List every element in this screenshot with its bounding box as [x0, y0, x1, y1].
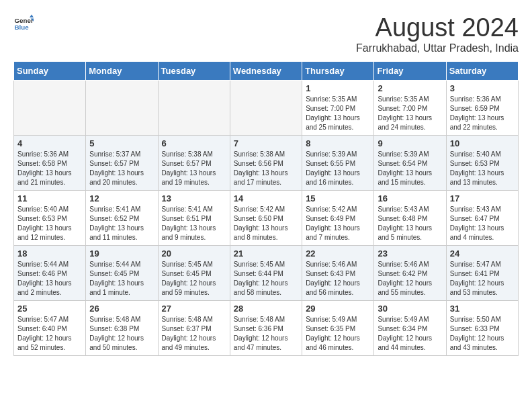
logo: General Blue: [13, 13, 34, 34]
day-number: 29: [306, 304, 370, 314]
day-number: 6: [162, 138, 226, 148]
header: General Blue August 2024 Farrukhabad, Ut…: [13, 13, 519, 54]
table-row: 9Sunrise: 5:39 AM Sunset: 6:54 PM Daylig…: [374, 136, 446, 191]
table-row: 19Sunrise: 5:44 AM Sunset: 6:45 PM Dayli…: [86, 246, 158, 301]
day-number: 10: [450, 138, 515, 148]
table-row: [158, 81, 230, 136]
table-row: 22Sunrise: 5:46 AM Sunset: 6:43 PM Dayli…: [302, 246, 374, 301]
table-row: [230, 81, 302, 136]
week-row-2: 4Sunrise: 5:36 AM Sunset: 6:58 PM Daylig…: [14, 136, 519, 191]
day-number: 31: [450, 304, 515, 314]
day-number: 1: [306, 83, 370, 93]
table-row: 23Sunrise: 5:46 AM Sunset: 6:42 PM Dayli…: [374, 246, 446, 301]
day-info: Sunrise: 5:44 AM Sunset: 6:45 PM Dayligh…: [89, 260, 154, 298]
table-row: 8Sunrise: 5:39 AM Sunset: 6:55 PM Daylig…: [302, 136, 374, 191]
table-row: 21Sunrise: 5:45 AM Sunset: 6:44 PM Dayli…: [230, 246, 302, 301]
day-number: 14: [234, 193, 298, 203]
table-row: 14Sunrise: 5:42 AM Sunset: 6:50 PM Dayli…: [230, 191, 302, 246]
table-row: [86, 81, 158, 136]
day-number: 15: [306, 193, 370, 203]
day-number: 23: [378, 248, 442, 259]
table-row: 27Sunrise: 5:48 AM Sunset: 6:37 PM Dayli…: [158, 301, 230, 356]
day-info: Sunrise: 5:40 AM Sunset: 6:53 PM Dayligh…: [17, 205, 82, 242]
day-number: 11: [17, 193, 82, 203]
day-number: 16: [378, 193, 442, 203]
header-friday: Friday: [374, 62, 446, 81]
svg-marker-2: [30, 15, 34, 18]
day-info: Sunrise: 5:43 AM Sunset: 6:47 PM Dayligh…: [450, 205, 515, 242]
table-row: 31Sunrise: 5:50 AM Sunset: 6:33 PM Dayli…: [446, 301, 518, 356]
day-info: Sunrise: 5:49 AM Sunset: 6:34 PM Dayligh…: [378, 315, 442, 353]
table-row: [14, 81, 86, 136]
day-number: 19: [89, 248, 154, 259]
week-row-3: 11Sunrise: 5:40 AM Sunset: 6:53 PM Dayli…: [14, 191, 519, 246]
day-info: Sunrise: 5:41 AM Sunset: 6:52 PM Dayligh…: [89, 205, 154, 242]
day-info: Sunrise: 5:47 AM Sunset: 6:40 PM Dayligh…: [17, 315, 82, 353]
day-info: Sunrise: 5:43 AM Sunset: 6:48 PM Dayligh…: [378, 205, 442, 242]
header-saturday: Saturday: [446, 62, 518, 81]
table-row: 7Sunrise: 5:38 AM Sunset: 6:56 PM Daylig…: [230, 136, 302, 191]
day-number: 30: [378, 304, 442, 314]
month-year-title: August 2024: [356, 13, 519, 42]
day-info: Sunrise: 5:48 AM Sunset: 6:38 PM Dayligh…: [89, 315, 154, 353]
day-info: Sunrise: 5:35 AM Sunset: 7:00 PM Dayligh…: [378, 95, 442, 132]
table-row: 2Sunrise: 5:35 AM Sunset: 7:00 PM Daylig…: [374, 81, 446, 136]
table-row: 6Sunrise: 5:38 AM Sunset: 6:57 PM Daylig…: [158, 136, 230, 191]
table-row: 10Sunrise: 5:40 AM Sunset: 6:53 PM Dayli…: [446, 136, 518, 191]
table-row: 24Sunrise: 5:47 AM Sunset: 6:41 PM Dayli…: [446, 246, 518, 301]
header-monday: Monday: [86, 62, 158, 81]
day-number: 7: [234, 138, 298, 148]
week-row-1: 1Sunrise: 5:35 AM Sunset: 7:00 PM Daylig…: [14, 81, 519, 136]
day-info: Sunrise: 5:45 AM Sunset: 6:44 PM Dayligh…: [234, 260, 298, 298]
day-number: 17: [450, 193, 515, 203]
day-number: 8: [306, 138, 370, 148]
table-row: 16Sunrise: 5:43 AM Sunset: 6:48 PM Dayli…: [374, 191, 446, 246]
table-row: 5Sunrise: 5:37 AM Sunset: 6:57 PM Daylig…: [86, 136, 158, 191]
day-info: Sunrise: 5:41 AM Sunset: 6:51 PM Dayligh…: [162, 205, 226, 242]
table-row: 26Sunrise: 5:48 AM Sunset: 6:38 PM Dayli…: [86, 301, 158, 356]
day-info: Sunrise: 5:35 AM Sunset: 7:00 PM Dayligh…: [306, 95, 370, 132]
day-info: Sunrise: 5:36 AM Sunset: 6:58 PM Dayligh…: [17, 150, 82, 187]
day-info: Sunrise: 5:49 AM Sunset: 6:35 PM Dayligh…: [306, 315, 370, 353]
table-row: 29Sunrise: 5:49 AM Sunset: 6:35 PM Dayli…: [302, 301, 374, 356]
day-info: Sunrise: 5:48 AM Sunset: 6:36 PM Dayligh…: [234, 315, 298, 353]
day-info: Sunrise: 5:40 AM Sunset: 6:53 PM Dayligh…: [450, 150, 515, 187]
table-row: 30Sunrise: 5:49 AM Sunset: 6:34 PM Dayli…: [374, 301, 446, 356]
svg-text:Blue: Blue: [15, 24, 30, 31]
day-number: 24: [450, 248, 515, 259]
table-row: 11Sunrise: 5:40 AM Sunset: 6:53 PM Dayli…: [14, 191, 86, 246]
week-row-4: 18Sunrise: 5:44 AM Sunset: 6:46 PM Dayli…: [14, 246, 519, 301]
day-info: Sunrise: 5:37 AM Sunset: 6:57 PM Dayligh…: [89, 150, 154, 187]
location-subtitle: Farrukhabad, Uttar Pradesh, India: [356, 42, 519, 54]
day-info: Sunrise: 5:46 AM Sunset: 6:42 PM Dayligh…: [378, 260, 442, 298]
day-info: Sunrise: 5:48 AM Sunset: 6:37 PM Dayligh…: [162, 315, 226, 353]
week-row-5: 25Sunrise: 5:47 AM Sunset: 6:40 PM Dayli…: [14, 301, 519, 356]
table-row: 3Sunrise: 5:36 AM Sunset: 6:59 PM Daylig…: [446, 81, 518, 136]
day-number: 26: [89, 304, 154, 314]
title-area: August 2024 Farrukhabad, Uttar Pradesh, …: [356, 13, 519, 54]
day-info: Sunrise: 5:47 AM Sunset: 6:41 PM Dayligh…: [450, 260, 515, 298]
day-number: 21: [234, 248, 298, 259]
table-row: 18Sunrise: 5:44 AM Sunset: 6:46 PM Dayli…: [14, 246, 86, 301]
day-info: Sunrise: 5:45 AM Sunset: 6:45 PM Dayligh…: [162, 260, 226, 298]
header-wednesday: Wednesday: [230, 62, 302, 81]
day-number: 27: [162, 304, 226, 314]
day-info: Sunrise: 5:39 AM Sunset: 6:54 PM Dayligh…: [378, 150, 442, 187]
day-number: 5: [89, 138, 154, 148]
weekday-header-row: SundayMondayTuesdayWednesdayThursdayFrid…: [14, 62, 519, 81]
table-row: 1Sunrise: 5:35 AM Sunset: 7:00 PM Daylig…: [302, 81, 374, 136]
day-number: 22: [306, 248, 370, 259]
day-info: Sunrise: 5:44 AM Sunset: 6:46 PM Dayligh…: [17, 260, 82, 298]
table-row: 13Sunrise: 5:41 AM Sunset: 6:51 PM Dayli…: [158, 191, 230, 246]
header-sunday: Sunday: [14, 62, 86, 81]
day-info: Sunrise: 5:39 AM Sunset: 6:55 PM Dayligh…: [306, 150, 370, 187]
logo-icon: General Blue: [13, 13, 34, 34]
day-number: 2: [378, 83, 442, 93]
table-row: 20Sunrise: 5:45 AM Sunset: 6:45 PM Dayli…: [158, 246, 230, 301]
day-number: 3: [450, 83, 515, 93]
day-number: 18: [17, 248, 82, 259]
day-number: 13: [162, 193, 226, 203]
day-info: Sunrise: 5:46 AM Sunset: 6:43 PM Dayligh…: [306, 260, 370, 298]
day-info: Sunrise: 5:36 AM Sunset: 6:59 PM Dayligh…: [450, 95, 515, 132]
table-row: 25Sunrise: 5:47 AM Sunset: 6:40 PM Dayli…: [14, 301, 86, 356]
